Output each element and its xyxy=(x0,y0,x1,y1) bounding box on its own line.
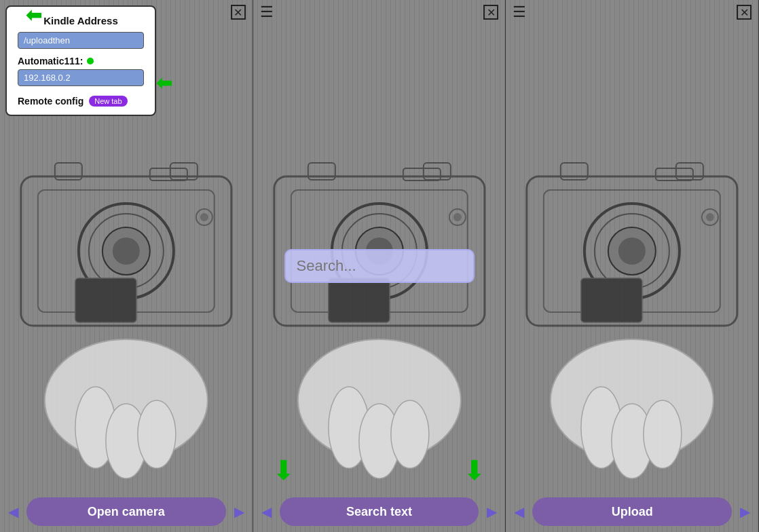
upload-path-input[interactable] xyxy=(18,32,144,49)
panel-2-topbar: ☰ ✕ xyxy=(253,0,506,24)
left-arrow-3[interactable]: ◀ xyxy=(511,501,527,522)
right-arrow-2[interactable]: ▶ xyxy=(484,501,500,522)
new-tab-badge[interactable]: New tab xyxy=(89,96,127,107)
svg-rect-8 xyxy=(150,168,187,180)
svg-rect-40 xyxy=(656,168,693,180)
panel-2-bottom-bar: ◀ Search text ▶ xyxy=(253,491,506,532)
svg-point-12 xyxy=(138,400,176,468)
svg-rect-13 xyxy=(75,278,136,322)
panel-3-topbar: ☰ ✕ xyxy=(506,0,758,24)
back-arrow-annotation: ⬅ xyxy=(26,4,41,26)
svg-rect-45 xyxy=(581,278,642,322)
menu-icon-3[interactable]: ☰ xyxy=(513,3,526,21)
svg-point-47 xyxy=(706,213,714,221)
svg-rect-29 xyxy=(329,278,390,322)
svg-point-31 xyxy=(453,213,462,221)
svg-point-15 xyxy=(200,213,208,221)
menu-icon-2[interactable]: ☰ xyxy=(260,3,274,21)
panel-2: ☰ ✕ ⬇ ⬇ ◀ Search text ▶ xyxy=(253,0,506,532)
svg-point-28 xyxy=(391,400,429,468)
search-overlay xyxy=(284,249,475,283)
down-arrow-left-icon: ⬇ xyxy=(272,455,295,486)
panel-3: ☰ ✕ ◀ Upload ▶ xyxy=(506,0,759,532)
svg-rect-24 xyxy=(403,168,441,180)
panel-1: ☰ ✕ ⬅ Kindle Address Automatic111: Remot… xyxy=(0,0,253,532)
svg-point-37 xyxy=(618,238,646,265)
svg-point-5 xyxy=(113,238,140,265)
svg-point-44 xyxy=(644,400,682,468)
close-icon-1[interactable]: ✕ xyxy=(231,5,246,20)
upload-button[interactable]: Upload xyxy=(532,497,732,526)
left-arrow-1[interactable]: ◀ xyxy=(5,501,21,522)
close-icon-3[interactable]: ✕ xyxy=(737,5,752,20)
auto-arrow-annotation: ⬅ xyxy=(156,72,172,94)
right-arrow-3[interactable]: ▶ xyxy=(737,501,753,522)
panel-3-bottom-bar: ◀ Upload ▶ xyxy=(506,491,758,532)
close-icon-2[interactable]: ✕ xyxy=(483,5,498,20)
left-arrow-2[interactable]: ◀ xyxy=(259,501,274,522)
remote-config-row: Remote config New tab xyxy=(18,96,144,107)
automatic-label: Automatic111: xyxy=(18,56,144,66)
open-camera-button[interactable]: Open camera xyxy=(26,497,226,526)
auto-arrow-icon: ⬅ xyxy=(156,73,172,94)
status-dot-green xyxy=(87,58,94,64)
panel-1-bottom-bar: ◀ Open camera ▶ xyxy=(0,491,253,532)
ip-address-input[interactable] xyxy=(18,69,144,86)
right-arrow-1[interactable]: ▶ xyxy=(232,501,247,522)
camera-illustration-3 xyxy=(506,0,758,532)
down-arrow-right-icon: ⬇ xyxy=(463,455,486,486)
search-text-button[interactable]: Search text xyxy=(280,497,479,526)
search-input[interactable] xyxy=(284,249,475,283)
remote-config-label: Remote config xyxy=(18,96,84,107)
back-arrow-icon: ⬅ xyxy=(26,4,41,26)
